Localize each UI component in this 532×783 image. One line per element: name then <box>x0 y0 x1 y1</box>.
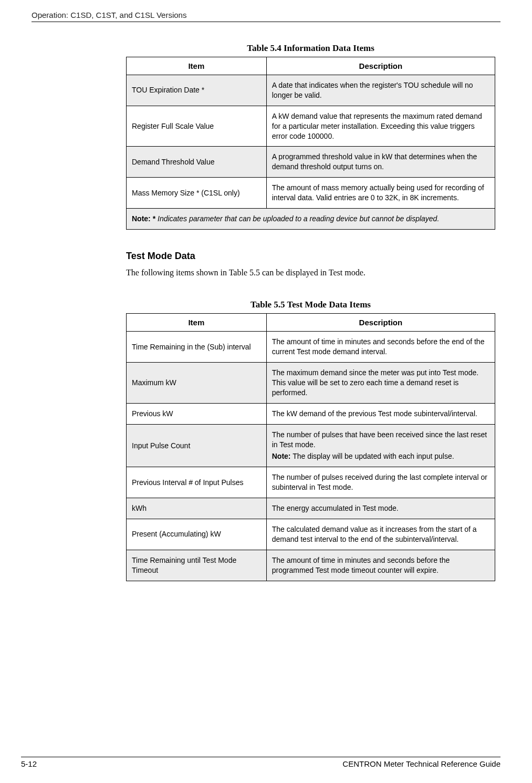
table-row: Demand Threshold Value A programmed thre… <box>127 147 495 178</box>
table-row: kWh The energy accumulated in Test mode. <box>127 498 495 519</box>
table-row: Input Pulse Count The number of pulses t… <box>127 424 495 467</box>
table-cell-item: kWh <box>127 498 267 519</box>
table-cell-desc: A kW demand value that represents the ma… <box>266 106 495 147</box>
table-cell-desc: The amount of time in minutes and second… <box>266 332 495 363</box>
table-cell-desc: A date that indicates when the register'… <box>266 75 495 106</box>
note-label: Note: <box>272 452 291 460</box>
table-cell-desc: The amount of mass memory actually being… <box>266 178 495 209</box>
table-cell-desc: The number of pulses received during the… <box>266 467 495 498</box>
table-cell-desc: The number of pulses that have been rece… <box>266 424 495 467</box>
table-5-4-header-item: Item <box>127 57 267 75</box>
table-cell-desc: The calculated demand value as it increa… <box>266 519 495 550</box>
table-row: Time Remaining until Test Mode Timeout T… <box>127 550 495 581</box>
table-cell-desc: The energy accumulated in Test mode. <box>266 498 495 519</box>
table-note-cell: Note: * Indicates parameter that can be … <box>127 209 495 230</box>
footer-page-number: 5-12 <box>21 759 37 768</box>
table-cell-desc: A programmed threshold value in kW that … <box>266 147 495 178</box>
table-cell-desc: The kW demand of the previous Test mode … <box>266 403 495 424</box>
table-cell-item: Register Full Scale Value <box>127 106 267 147</box>
table-cell-item: Present (Accumulating) kW <box>127 519 267 550</box>
table-row: Register Full Scale Value A kW demand va… <box>127 106 495 147</box>
table-5-4: Item Description TOU Expiration Date * A… <box>126 57 495 230</box>
table-cell-desc: The amount of time in minutes and second… <box>266 550 495 581</box>
section-heading: Test Mode Data <box>126 251 495 262</box>
table-cell-item: Time Remaining until Test Mode Timeout <box>127 550 267 581</box>
table-cell-item: Demand Threshold Value <box>127 147 267 178</box>
page-header: Operation: C1SD, C1ST, and C1SL Versions <box>32 11 500 22</box>
table-cell-item: Previous kW <box>127 403 267 424</box>
desc-note: Note: The display will be updated with e… <box>272 451 489 461</box>
table-5-4-caption: Table 5.4 Information Data Items <box>126 43 495 54</box>
table-note-row: Note: * Indicates parameter that can be … <box>127 209 495 230</box>
table-cell-item: Input Pulse Count <box>127 424 267 467</box>
table-5-5-header-item: Item <box>127 314 267 332</box>
page-footer: 5-12 CENTRON Meter Technical Reference G… <box>21 757 500 768</box>
table-5-5-header-desc: Description <box>266 314 495 332</box>
table-5-4-header-desc: Description <box>266 57 495 75</box>
footer-document-title: CENTRON Meter Technical Reference Guide <box>342 759 500 768</box>
table-row: Maximum kW The maximum demand since the … <box>127 363 495 404</box>
note-text: The display will be updated with each in… <box>291 452 454 460</box>
table-row: Time Remaining in the (Sub) interval The… <box>127 332 495 363</box>
note-text: Indicates parameter that can be uploaded… <box>155 214 439 223</box>
desc-text: The number of pulses that have been rece… <box>272 430 487 449</box>
table-cell-item: Mass Memory Size * (C1SL only) <box>127 178 267 209</box>
table-cell-desc: The maximum demand since the meter was p… <box>266 363 495 404</box>
table-row: Previous Interval # of Input Pulses The … <box>127 467 495 498</box>
page-content: Table 5.4 Information Data Items Item De… <box>126 43 495 581</box>
table-row: Previous kW The kW demand of the previou… <box>127 403 495 424</box>
note-label: Note: * <box>132 214 155 223</box>
table-row: Present (Accumulating) kW The calculated… <box>127 519 495 550</box>
table-5-5: Item Description Time Remaining in the (… <box>126 313 495 581</box>
table-cell-item: Previous Interval # of Input Pulses <box>127 467 267 498</box>
section-body: The following items shown in Table 5.5 c… <box>126 267 495 279</box>
table-cell-item: Maximum kW <box>127 363 267 404</box>
table-cell-item: Time Remaining in the (Sub) interval <box>127 332 267 363</box>
table-row: TOU Expiration Date * A date that indica… <box>127 75 495 106</box>
table-cell-item: TOU Expiration Date * <box>127 75 267 106</box>
table-row: Mass Memory Size * (C1SL only) The amoun… <box>127 178 495 209</box>
table-5-5-caption: Table 5.5 Test Mode Data Items <box>126 300 495 310</box>
